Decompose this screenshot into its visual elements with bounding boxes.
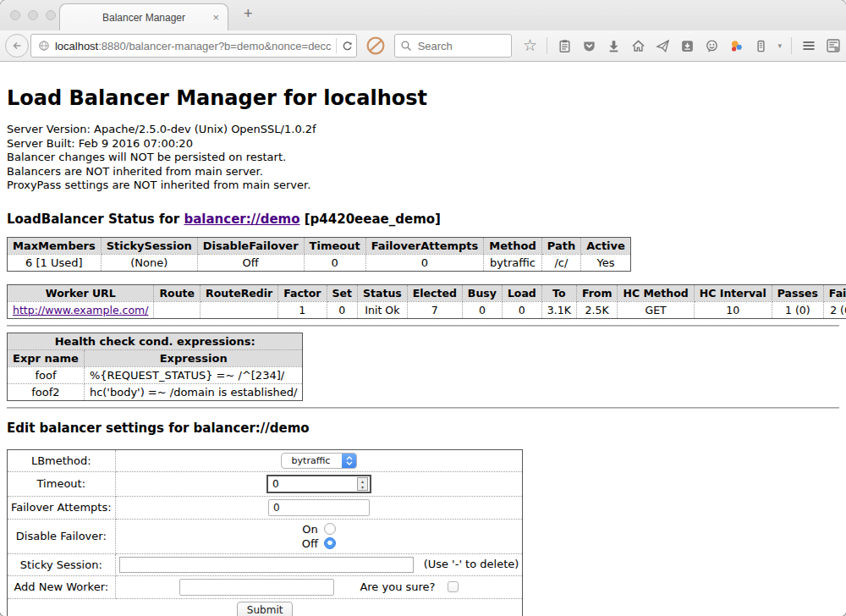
reload-icon[interactable]	[342, 40, 353, 52]
lbmethod-select[interactable]: bytraffic	[281, 453, 358, 469]
minimize-window-button[interactable]	[28, 10, 38, 20]
search-input[interactable]	[416, 39, 501, 53]
back-button[interactable]	[5, 34, 29, 58]
back-icon	[11, 40, 23, 52]
send-icon[interactable]	[655, 38, 670, 53]
lbmethod-label: LBmethod:	[8, 449, 116, 471]
new-tab-button[interactable]: +	[244, 5, 253, 23]
failover-attempts-input[interactable]	[268, 499, 370, 516]
dropdown-caret-icon[interactable]: ▾	[777, 41, 782, 50]
pages-icon[interactable]	[826, 38, 841, 53]
search-bar[interactable]	[394, 34, 513, 58]
col-busy: Busy	[462, 284, 502, 301]
toolbar-separator	[547, 37, 547, 54]
url-input[interactable]: localhost:8880/balancer-manager?b=demo&n…	[55, 40, 331, 52]
radio-off[interactable]	[324, 537, 336, 549]
cell-busy: 0	[462, 301, 502, 318]
cell-from: 2.5K	[576, 301, 618, 318]
table-row: 6 [1 Used] (None) Off 0 0 bytraffic /c/ …	[8, 254, 631, 271]
sticky-session-hint: (Use '-' to delete)	[424, 558, 519, 570]
cell-expression: hc('body') =~ /domain is established/	[84, 383, 303, 400]
edit-balancer-form: LBmethod: bytraffic Timeout: 0	[7, 449, 523, 616]
clipboard-icon[interactable]	[557, 38, 572, 53]
tab-balancer-manager[interactable]: Balancer Manager ×	[59, 3, 228, 30]
failover-attempts-label: Failover Attempts:	[8, 496, 116, 519]
toolbar-icons: ☆ ▾	[522, 37, 841, 54]
bookmark-star-icon[interactable]: ☆	[522, 38, 537, 53]
page-content: Load Balancer Manager for localhost Serv…	[0, 62, 846, 616]
col-disablefailover: DisableFailover	[197, 237, 304, 254]
pocket-icon[interactable]	[581, 38, 596, 53]
cell-load: 0	[502, 301, 541, 318]
submit-row: Submit	[8, 598, 523, 616]
are-you-sure-checkbox[interactable]	[448, 581, 459, 592]
col-active: Active	[581, 237, 631, 254]
health-check-table: Health check cond. expressions: Expr nam…	[7, 333, 303, 401]
notice-balancers: Balancers are NOT inherited from main se…	[7, 165, 839, 179]
col-from: From	[576, 284, 618, 301]
balancer-status-table: MaxMembers StickySession DisableFailover…	[7, 237, 631, 272]
browser-window: Balancer Manager × + localhost:8880/bala…	[0, 0, 846, 616]
col-method: Method	[484, 237, 541, 254]
server-version: Server Version: Apache/2.5.0-dev (Unix) …	[7, 123, 839, 137]
col-expr-name: Expr name	[8, 349, 85, 366]
tab-title: Balancer Manager	[102, 12, 185, 24]
disable-failover-row: Disable Failover: On Off	[8, 519, 523, 553]
col-fails: Fails	[823, 284, 846, 301]
notice-proxypass: ProxyPass settings are NOT inherited fro…	[7, 179, 839, 193]
worker-url-link[interactable]: http://www.example.com/	[13, 304, 148, 316]
cell-stickysession: (None)	[101, 254, 197, 271]
feedback-smiley-icon[interactable]	[704, 38, 719, 53]
col-expression: Expression	[84, 349, 303, 366]
cell-set: 0	[327, 301, 357, 318]
health-table-title: Health check cond. expressions:	[8, 333, 303, 349]
page-title: Load Balancer Manager for localhost	[7, 87, 839, 109]
cell-maxmembers: 6 [1 Used]	[8, 254, 102, 271]
table-row: foof2 hc('body') =~ /domain is establish…	[8, 383, 303, 400]
col-status: Status	[358, 284, 408, 301]
cell-route	[154, 301, 201, 318]
blocked-icon[interactable]	[365, 36, 386, 56]
cell-to: 3.1K	[541, 301, 576, 318]
url-bar[interactable]: localhost:8880/balancer-manager?b=demo&n…	[30, 34, 357, 58]
radio-on[interactable]	[324, 523, 336, 535]
url-divider	[336, 38, 337, 53]
square-download-icon[interactable]	[679, 38, 695, 53]
sticky-session-row: Sticky Session: (Use '-' to delete)	[8, 553, 523, 575]
timeout-row: Timeout: 0 ▴▾	[8, 471, 523, 496]
toolbar-separator	[791, 37, 792, 54]
number-spinner-icon[interactable]: ▴▾	[357, 477, 368, 491]
col-timeout: Timeout	[304, 237, 365, 254]
globe-icon	[38, 39, 50, 52]
col-passes: Passes	[772, 284, 823, 301]
col-maxmembers: MaxMembers	[8, 237, 102, 254]
tab-close-icon[interactable]: ×	[212, 11, 219, 24]
col-hc-method: HC Method	[618, 284, 694, 301]
cell-hc-interval: 10	[694, 301, 772, 318]
cell-expr-name: foof	[8, 366, 85, 383]
cell-method: bytraffic	[484, 254, 541, 271]
download-icon[interactable]	[606, 38, 621, 53]
battery-icon[interactable]	[753, 38, 768, 53]
menu-icon[interactable]	[801, 38, 816, 53]
close-window-button[interactable]	[10, 10, 20, 20]
home-icon[interactable]	[630, 38, 645, 53]
cell-disablefailover: Off	[197, 254, 304, 271]
cell-elected: 7	[407, 301, 462, 318]
add-worker-input[interactable]	[179, 579, 334, 596]
col-hc-interval: HC Interval	[694, 284, 772, 301]
balancer-demo-link[interactable]: balancer://demo	[184, 212, 299, 227]
colorful-dots-icon[interactable]	[728, 38, 744, 53]
submit-button[interactable]: Submit	[237, 602, 294, 616]
window-controls[interactable]	[10, 10, 56, 20]
cell-failoverattempts: 0	[365, 254, 484, 271]
worker-status-table: Worker URL Route RouteRedir Factor Set S…	[7, 284, 846, 319]
col-failoverattempts: FailoverAttempts	[365, 237, 484, 254]
status-suffix: [p4420eeae_demo]	[300, 212, 441, 227]
add-worker-label: Add New Worker:	[8, 575, 116, 598]
url-domain: localhost	[55, 40, 98, 52]
sticky-session-input[interactable]	[119, 557, 414, 573]
timeout-input[interactable]: 0 ▴▾	[266, 475, 371, 493]
zoom-window-button[interactable]	[46, 10, 56, 20]
col-stickysession: StickySession	[101, 237, 197, 254]
